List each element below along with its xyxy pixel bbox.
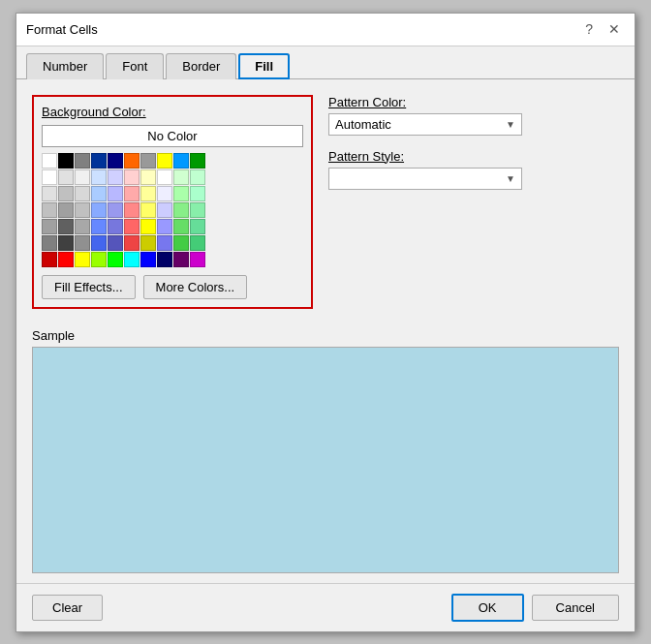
color-swatch[interactable] — [190, 202, 205, 218]
color-swatch[interactable] — [190, 235, 205, 251]
color-swatch[interactable] — [108, 202, 123, 218]
title-bar: Format Cells ? ✕ — [16, 14, 635, 46]
color-swatch[interactable] — [91, 186, 107, 201]
fill-effects-button[interactable]: Fill Effects... — [42, 275, 136, 299]
color-swatch[interactable] — [190, 219, 205, 234]
color-swatch[interactable] — [108, 153, 123, 169]
title-bar-controls: ? ✕ — [580, 19, 625, 39]
color-swatch[interactable] — [124, 169, 140, 185]
color-swatch[interactable] — [157, 169, 172, 185]
color-swatch[interactable] — [124, 186, 140, 201]
clear-button[interactable]: Clear — [32, 595, 103, 621]
color-swatch[interactable] — [91, 252, 107, 267]
color-swatch[interactable] — [42, 169, 57, 185]
color-swatch[interactable] — [108, 252, 123, 267]
color-swatch[interactable] — [190, 252, 205, 267]
pattern-color-select[interactable]: Automatic ▼ — [328, 113, 522, 136]
tab-fill[interactable]: Fill — [238, 53, 290, 79]
color-swatch[interactable] — [108, 186, 123, 201]
color-row-4 — [42, 219, 303, 234]
color-swatch[interactable] — [157, 153, 172, 169]
color-swatch[interactable] — [173, 252, 189, 267]
color-row-3 — [42, 202, 303, 218]
color-swatch[interactable] — [157, 235, 172, 251]
color-swatch[interactable] — [108, 235, 123, 251]
color-swatch[interactable] — [140, 202, 156, 218]
color-swatch[interactable] — [75, 169, 90, 185]
color-swatch[interactable] — [91, 169, 107, 185]
color-swatch[interactable] — [58, 153, 74, 169]
color-swatch[interactable] — [75, 219, 90, 234]
color-row-0 — [42, 153, 303, 169]
color-swatch[interactable] — [124, 153, 140, 169]
color-swatch[interactable] — [157, 186, 172, 201]
color-swatch[interactable] — [91, 202, 107, 218]
color-swatch[interactable] — [108, 219, 123, 234]
tab-number[interactable]: Number — [26, 53, 104, 79]
color-swatch[interactable] — [42, 202, 57, 218]
color-swatch[interactable] — [124, 202, 140, 218]
sample-label: Sample — [32, 328, 619, 343]
color-swatch[interactable] — [58, 235, 74, 251]
color-swatch[interactable] — [91, 153, 107, 169]
color-swatch[interactable] — [157, 219, 172, 234]
color-swatch[interactable] — [140, 153, 156, 169]
ok-button[interactable]: OK — [451, 594, 524, 622]
tab-font[interactable]: Font — [106, 53, 164, 79]
pattern-color-label: Pattern Color: — [328, 95, 619, 109]
color-swatch[interactable] — [42, 235, 57, 251]
color-swatch[interactable] — [124, 252, 140, 267]
color-swatch[interactable] — [42, 252, 57, 267]
color-swatch[interactable] — [42, 153, 57, 169]
color-swatch[interactable] — [75, 186, 90, 201]
color-swatch[interactable] — [58, 169, 74, 185]
right-section: Pattern Color: Automatic ▼ Pattern Style… — [328, 95, 619, 203]
color-swatch[interactable] — [108, 169, 123, 185]
format-cells-dialog: Format Cells ? ✕ Number Font Border Fill… — [16, 13, 636, 632]
color-swatch[interactable] — [157, 202, 172, 218]
color-swatch[interactable] — [124, 235, 140, 251]
pattern-color-select-row: Automatic ▼ — [328, 113, 619, 136]
pattern-style-select[interactable]: ▼ — [328, 168, 522, 190]
color-swatch[interactable] — [42, 186, 57, 201]
sample-box — [32, 347, 619, 573]
close-button[interactable]: ✕ — [604, 19, 625, 39]
color-swatch[interactable] — [173, 202, 189, 218]
cancel-button[interactable]: Cancel — [532, 595, 619, 621]
color-swatch[interactable] — [157, 252, 172, 267]
color-swatch[interactable] — [140, 235, 156, 251]
more-colors-button[interactable]: More Colors... — [143, 275, 248, 299]
color-swatch[interactable] — [190, 169, 205, 185]
color-swatch[interactable] — [140, 169, 156, 185]
color-grid — [42, 153, 303, 267]
color-swatch[interactable] — [75, 202, 90, 218]
color-swatch[interactable] — [190, 153, 205, 169]
help-button[interactable]: ? — [580, 19, 598, 39]
color-swatch[interactable] — [58, 219, 74, 234]
color-swatch[interactable] — [173, 169, 189, 185]
no-color-button[interactable]: No Color — [42, 125, 303, 147]
color-row-6 — [42, 252, 303, 267]
color-swatch[interactable] — [140, 219, 156, 234]
color-swatch[interactable] — [91, 219, 107, 234]
color-swatch[interactable] — [75, 153, 90, 169]
color-swatch[interactable] — [173, 153, 189, 169]
color-swatch[interactable] — [173, 186, 189, 201]
color-swatch[interactable] — [140, 252, 156, 267]
color-swatch[interactable] — [173, 219, 189, 234]
color-swatch[interactable] — [124, 219, 140, 234]
bg-color-group: Background Color: No Color Fill Effects.… — [32, 95, 313, 309]
color-swatch[interactable] — [42, 219, 57, 234]
color-swatch[interactable] — [140, 186, 156, 201]
color-row-1 — [42, 169, 303, 185]
color-swatch[interactable] — [173, 235, 189, 251]
color-swatch[interactable] — [91, 235, 107, 251]
color-swatch[interactable] — [75, 235, 90, 251]
tab-border[interactable]: Border — [166, 53, 236, 79]
color-swatch[interactable] — [58, 186, 74, 201]
color-swatch[interactable] — [190, 186, 205, 201]
color-swatch[interactable] — [58, 202, 74, 218]
pattern-color-arrow: ▼ — [506, 119, 515, 130]
color-swatch[interactable] — [58, 252, 74, 267]
color-swatch[interactable] — [75, 252, 90, 267]
